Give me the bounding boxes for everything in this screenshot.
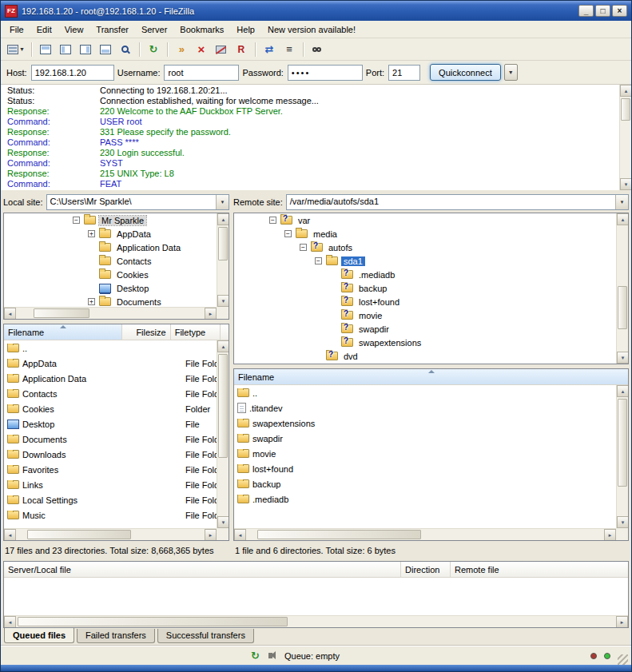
tree-item-application-data[interactable]: Application Data	[4, 241, 217, 254]
quickconnect-dropdown-button[interactable]: ▼	[504, 64, 518, 81]
resize-grip[interactable]	[618, 654, 628, 665]
scroll-up-icon[interactable]: ▲	[217, 213, 229, 225]
scroll-down-icon[interactable]: ▼	[217, 295, 229, 307]
scroll-down-icon[interactable]: ▼	[217, 516, 229, 528]
local-site-combobox[interactable]: C:\Users\Mr Sparkle\ ▼	[46, 194, 229, 210]
menu-server[interactable]: Server	[135, 22, 173, 37]
column-header-filename[interactable]: Filename	[234, 369, 628, 384]
file-row[interactable]: DesktopFile	[4, 416, 217, 431]
port-input[interactable]	[388, 65, 420, 81]
tree-item-swapdir[interactable]: swapdir	[234, 322, 616, 336]
menu-transfer[interactable]: Transfer	[89, 22, 135, 37]
log-scrollbar[interactable]: ▲ ▼	[619, 85, 631, 190]
file-row[interactable]: backup	[234, 476, 616, 491]
tree-item-mediadb[interactable]: .mediadb	[234, 268, 616, 281]
synchronized-browsing-button[interactable]: ⇄	[260, 41, 279, 58]
chevron-down-icon[interactable]: ▼	[615, 195, 628, 209]
file-row[interactable]: ..	[4, 340, 217, 356]
tree-item-swapextensions[interactable]: swapextensions	[234, 336, 616, 349]
tree-item-dvd[interactable]: dvd	[234, 349, 616, 363]
scroll-thumb[interactable]	[621, 98, 630, 121]
scroll-thumb[interactable]	[218, 227, 228, 260]
tree-item-contacts[interactable]: Contacts	[4, 254, 217, 268]
remote-site-combobox[interactable]: /var/media/autofs/sda1 ▼	[286, 194, 629, 210]
find-files-button[interactable]	[308, 41, 327, 58]
scroll-thumb[interactable]	[618, 399, 627, 487]
file-row[interactable]: CookiesFolder	[4, 401, 217, 416]
scroll-down-icon[interactable]: ▼	[620, 178, 631, 190]
tree-item-cookies[interactable]: Cookies	[4, 268, 217, 281]
tree-item-documents[interactable]: +Documents	[4, 295, 217, 307]
chevron-down-icon[interactable]: ▼	[216, 195, 229, 209]
directory-comparison-button[interactable]: ≡	[280, 41, 299, 58]
file-row[interactable]: DocumentsFile Folder	[4, 431, 217, 447]
column-header-filesize[interactable]: Filesize	[122, 324, 170, 340]
scroll-down-icon[interactable]: ▼	[617, 352, 629, 364]
file-row[interactable]: .mediadb	[234, 491, 616, 507]
refresh-button[interactable]: ↻	[144, 41, 163, 58]
remote-list-vertical-scrollbar[interactable]: ▲ ▼	[616, 385, 628, 528]
toggle-remote-tree-button[interactable]	[76, 41, 95, 58]
scroll-up-icon[interactable]: ▲	[620, 85, 631, 97]
column-header-filetype[interactable]: Filetype	[171, 324, 221, 340]
tree-item-media[interactable]: −media	[234, 227, 616, 241]
toggle-queue-button[interactable]	[96, 41, 115, 58]
speaker-icon[interactable]	[268, 653, 272, 658]
scroll-up-icon[interactable]: ▲	[217, 340, 229, 352]
scroll-right-icon[interactable]: ►	[205, 529, 217, 541]
scroll-up-icon[interactable]: ▲	[617, 385, 629, 397]
scroll-down-icon[interactable]: ▼	[617, 516, 629, 528]
close-button[interactable]: ×	[612, 5, 627, 17]
scroll-up-icon[interactable]: ▲	[617, 213, 629, 225]
file-row[interactable]: MusicFile Folder	[4, 507, 217, 523]
process-queue-button[interactable]: »	[172, 41, 191, 58]
file-row[interactable]: movie	[234, 446, 616, 461]
quickconnect-button[interactable]: Quickconnect	[430, 64, 501, 81]
column-header-filename[interactable]: Filename	[4, 324, 122, 340]
expand-icon[interactable]: +	[88, 230, 95, 237]
filter-button[interactable]	[116, 41, 135, 58]
scroll-right-icon[interactable]: ►	[604, 529, 616, 541]
menu-edit[interactable]: Edit	[30, 22, 58, 37]
file-row[interactable]: ContactsFile Folder	[4, 386, 217, 401]
tab-queued-files[interactable]: Queued files	[4, 628, 74, 643]
tree-item-sda1[interactable]: −sda1	[234, 254, 616, 268]
sync-indicator-icon[interactable]: ↻	[251, 651, 261, 660]
remote-tree-vertical-scrollbar[interactable]: ▲ ▼	[616, 213, 628, 364]
toggle-message-log-button[interactable]	[36, 41, 55, 58]
tree-item-lost-found[interactable]: lost+found	[234, 295, 616, 308]
tab-failed-transfers[interactable]: Failed transfers	[77, 629, 155, 643]
file-row[interactable]: LinksFile Folder	[4, 477, 217, 492]
tree-item-desktop[interactable]: Desktop	[4, 281, 217, 295]
collapse-icon[interactable]: −	[315, 257, 322, 264]
minimize-button[interactable]: _	[578, 5, 594, 17]
menu-new-version[interactable]: New version available!	[261, 22, 362, 37]
collapse-icon[interactable]: −	[284, 230, 292, 237]
expand-icon[interactable]: +	[88, 298, 95, 305]
file-row[interactable]: Application DataFile Folder	[4, 371, 217, 386]
scroll-right-icon[interactable]: ►	[616, 616, 628, 628]
column-header-server-local-file[interactable]: Server/Local file	[4, 562, 401, 577]
local-list-horizontal-scrollbar[interactable]: ◄ ►	[4, 528, 217, 540]
scroll-thumb[interactable]	[257, 530, 421, 539]
disconnect-button[interactable]	[212, 41, 231, 58]
tree-item-autofs[interactable]: −autofs	[234, 241, 616, 254]
scroll-left-icon[interactable]: ◄	[4, 529, 16, 541]
scroll-thumb[interactable]	[618, 286, 627, 329]
cancel-button[interactable]: ×	[192, 41, 211, 58]
username-input[interactable]	[164, 65, 239, 81]
remote-list-horizontal-scrollbar[interactable]: ◄ ►	[234, 528, 616, 540]
scroll-thumb[interactable]	[27, 530, 131, 539]
file-row[interactable]: swapextensions	[234, 416, 616, 431]
password-input[interactable]	[288, 65, 363, 81]
tree-item-backup[interactable]: backup	[234, 281, 616, 295]
toggle-local-tree-button[interactable]	[56, 41, 75, 58]
menu-help[interactable]: Help	[230, 22, 261, 37]
reconnect-button[interactable]: R	[232, 41, 251, 58]
menu-bookmarks[interactable]: Bookmarks	[173, 22, 230, 37]
column-header-remote-file[interactable]: Remote file	[451, 562, 628, 577]
file-row[interactable]: FavoritesFile Folder	[4, 462, 217, 477]
file-row[interactable]: lost+found	[234, 461, 616, 476]
local-tree-horizontal-scrollbar[interactable]: ◄ ►	[4, 307, 217, 319]
host-input[interactable]	[31, 65, 114, 81]
